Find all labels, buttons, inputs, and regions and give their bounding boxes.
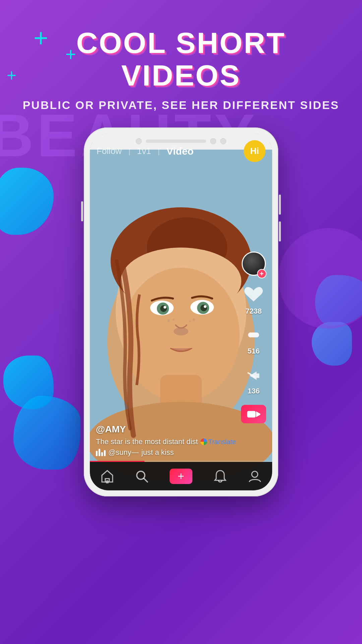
svg-rect-26 xyxy=(247,411,255,418)
action-sidebar: + 7238 xyxy=(241,252,266,423)
bar-2 xyxy=(99,449,100,456)
svg-point-21 xyxy=(189,320,191,322)
divider-1: | xyxy=(128,147,130,156)
bar-1 xyxy=(96,451,98,456)
phone-inner: Follow | 1v1 | Video Hi xyxy=(90,133,272,490)
likes-count: 7238 xyxy=(245,307,262,316)
svg-point-15 xyxy=(200,305,207,311)
video-camera-button[interactable] xyxy=(241,405,266,423)
onevone-tab[interactable]: 1v1 xyxy=(137,146,151,156)
share-action[interactable]: 136 xyxy=(244,365,264,395)
share-icon xyxy=(245,367,262,383)
bg-blob-1 xyxy=(0,168,54,235)
bg-circle xyxy=(278,228,362,329)
share-button[interactable] xyxy=(244,365,264,385)
subtitle: PUBLIC OR PRIVATE, SEE HER DIFFERENT SID… xyxy=(20,99,342,112)
phone-outer: Follow | 1v1 | Video Hi xyxy=(84,127,278,496)
header-area: COOL SHORT VIDEOS PUBLIC OR PRIVATE, SEE… xyxy=(0,27,362,112)
bar-3 xyxy=(101,452,103,456)
svg-point-28 xyxy=(106,480,109,483)
svg-rect-25 xyxy=(248,332,259,337)
bg-blob-3 xyxy=(13,396,80,470)
heart-icon xyxy=(244,287,263,304)
bottom-info: @AMY The star is the most distant dist T… xyxy=(96,424,239,457)
svg-point-19 xyxy=(173,319,175,321)
profile-icon xyxy=(248,469,262,483)
svg-point-12 xyxy=(164,306,166,309)
power-button xyxy=(81,201,83,221)
chat-icon xyxy=(244,327,263,343)
google-icon xyxy=(200,438,207,445)
comments-count: 516 xyxy=(247,347,260,356)
translate-button[interactable]: Translate xyxy=(200,438,236,446)
music-info: @suny— just a kiss xyxy=(96,448,239,457)
shares-count: 136 xyxy=(247,387,260,395)
video-description: The star is the most distant dist Transl… xyxy=(96,437,239,446)
svg-point-18 xyxy=(167,319,170,322)
follow-tab[interactable]: Follow xyxy=(97,146,122,156)
add-button[interactable]: + xyxy=(170,469,192,484)
svg-point-31 xyxy=(252,471,258,477)
nav-add[interactable]: + xyxy=(170,469,192,484)
svg-point-20 xyxy=(192,318,195,321)
music-artist: @suny— xyxy=(108,448,139,457)
home-icon xyxy=(100,469,114,483)
search-icon xyxy=(135,469,149,483)
like-action[interactable]: 7238 xyxy=(244,285,264,316)
hi-badge[interactable]: Hi xyxy=(244,140,265,162)
svg-point-16 xyxy=(204,305,206,308)
bottom-navigation: + xyxy=(90,462,272,490)
screen-nav: Follow | 1v1 | Video Hi xyxy=(97,140,265,162)
nav-home[interactable] xyxy=(100,469,114,483)
comment-button[interactable] xyxy=(244,325,264,345)
svg-marker-27 xyxy=(256,411,260,417)
nav-notifications[interactable] xyxy=(213,469,227,483)
divider-2: | xyxy=(158,147,160,156)
main-title: COOL SHORT VIDEOS xyxy=(20,27,342,92)
like-button[interactable] xyxy=(244,285,264,305)
music-bars-icon xyxy=(96,449,106,456)
phone-mockup: Follow | 1v1 | Video Hi xyxy=(84,127,278,496)
nav-profile[interactable] xyxy=(248,469,262,483)
follow-plus-button[interactable]: + xyxy=(257,269,266,278)
phone-screen: Follow | 1v1 | Video Hi xyxy=(90,133,272,490)
volume-up-button xyxy=(279,195,281,215)
volume-down-button xyxy=(279,221,281,241)
nav-tabs: Follow | 1v1 | Video xyxy=(97,146,194,157)
comment-action[interactable]: 516 xyxy=(244,325,264,356)
music-title: just a kiss xyxy=(141,448,174,457)
nav-search[interactable] xyxy=(135,469,149,483)
video-tab[interactable]: Video xyxy=(167,146,194,157)
svg-point-11 xyxy=(160,305,167,312)
avatar-container[interactable]: + xyxy=(242,252,266,276)
bar-4 xyxy=(104,450,106,456)
username: @AMY xyxy=(96,424,239,435)
camera-icon xyxy=(247,409,261,420)
svg-line-30 xyxy=(144,478,147,482)
notification-icon xyxy=(213,469,227,483)
